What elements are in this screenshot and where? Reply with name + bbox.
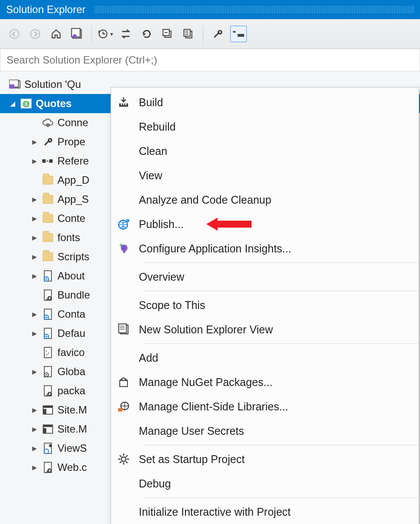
tree-item-label: Conta bbox=[57, 308, 85, 320]
svg-rect-35 bbox=[44, 347, 52, 358]
folder-icon bbox=[42, 251, 54, 263]
context-menu-item[interactable]: Clean bbox=[111, 139, 419, 163]
collapse-all-button[interactable] bbox=[159, 26, 176, 42]
context-menu-item[interactable]: Scope to This bbox=[111, 293, 419, 317]
context-menu-item[interactable]: Add bbox=[111, 346, 419, 370]
pending-changes-dropdown[interactable]: ▾ bbox=[98, 28, 113, 40]
context-menu-item[interactable]: Manage Client-Side Libraries... bbox=[111, 394, 419, 419]
svg-rect-68 bbox=[118, 408, 122, 412]
context-menu-item[interactable]: Initialize Interactive with Project bbox=[111, 500, 419, 524]
expand-icon[interactable]: ▶ bbox=[30, 234, 38, 241]
context-menu-label: New Solution Explorer View bbox=[139, 323, 273, 336]
nav-back-button[interactable] bbox=[6, 26, 23, 42]
context-menu-item[interactable]: New Solution Explorer View bbox=[111, 317, 419, 342]
panel-titlebar[interactable]: Solution Explorer bbox=[0, 0, 420, 19]
svg-text:+: + bbox=[119, 242, 123, 249]
cloud-icon bbox=[42, 117, 54, 129]
publish-icon bbox=[116, 217, 131, 232]
expand-icon[interactable]: ▶ bbox=[30, 158, 38, 165]
expand-icon[interactable]: ▶ bbox=[30, 311, 38, 318]
switch-views-button[interactable] bbox=[69, 26, 85, 42]
svg-line-75 bbox=[126, 461, 128, 463]
context-menu-item[interactable]: Build bbox=[111, 90, 419, 114]
tree-item-label: Site.M bbox=[57, 423, 87, 435]
context-menu-item[interactable]: Debug bbox=[111, 471, 419, 496]
svg-rect-48 bbox=[43, 428, 46, 433]
context-menu-item[interactable]: Publish... bbox=[111, 212, 419, 236]
search-bar bbox=[0, 49, 420, 71]
context-menu-label: Initialize Interactive with Project bbox=[139, 506, 291, 518]
context-menu-item[interactable]: +Configure Application Insights... bbox=[111, 236, 419, 261]
context-menu-item[interactable]: Set as Startup Project bbox=[111, 447, 419, 471]
tree-item-label: Bundle bbox=[57, 289, 90, 301]
web-project-icon bbox=[20, 97, 32, 110]
context-menu-separator bbox=[143, 262, 419, 263]
panel-title: Solution Explorer bbox=[6, 3, 86, 16]
svg-rect-19 bbox=[9, 84, 14, 88]
expand-icon[interactable]: ▶ bbox=[30, 215, 38, 222]
expand-icon[interactable]: ▶ bbox=[30, 426, 38, 433]
svg-rect-47 bbox=[43, 425, 53, 427]
context-menu-item[interactable]: Manage NuGet Packages... bbox=[111, 370, 419, 394]
expand-icon[interactable]: ▶ bbox=[30, 196, 38, 203]
expand-icon[interactable]: ▶ bbox=[30, 368, 38, 375]
blank-icon bbox=[116, 298, 131, 312]
newview-icon bbox=[116, 322, 131, 337]
svg-line-76 bbox=[120, 461, 121, 463]
context-menu-item[interactable]: Rebuild bbox=[111, 114, 419, 139]
context-menu-item[interactable]: Analyze and Code Cleanup bbox=[111, 188, 419, 212]
blank-icon bbox=[116, 476, 131, 491]
nav-forward-button[interactable] bbox=[27, 26, 44, 42]
context-menu-label: View bbox=[139, 169, 162, 182]
svg-rect-56 bbox=[125, 104, 127, 105]
context-menu-item[interactable]: View bbox=[111, 163, 419, 188]
expand-icon[interactable]: ▶ bbox=[30, 272, 38, 279]
tree-item-label: App_S bbox=[57, 193, 89, 205]
context-menu-item[interactable]: Overview bbox=[111, 265, 419, 289]
tree-item-label: Defau bbox=[57, 327, 85, 339]
blank-icon bbox=[116, 423, 131, 438]
context-menu-separator bbox=[143, 343, 419, 344]
expand-icon[interactable]: ▶ bbox=[30, 330, 38, 337]
expand-icon[interactable]: ▶ bbox=[30, 406, 38, 413]
master-icon bbox=[42, 423, 54, 435]
expand-icon[interactable]: ▶ bbox=[30, 464, 38, 471]
build-icon bbox=[116, 95, 131, 110]
tree-item-label: packa bbox=[57, 385, 85, 397]
preview-button[interactable] bbox=[230, 26, 247, 42]
refresh-button[interactable] bbox=[138, 26, 155, 42]
tree-item-label: Prope bbox=[57, 136, 85, 148]
svg-rect-55 bbox=[123, 104, 124, 105]
clientlib-icon bbox=[116, 399, 131, 414]
tree-item-label: fonts bbox=[57, 232, 80, 244]
tree-item-label: Site.M bbox=[57, 404, 87, 416]
svg-rect-39 bbox=[44, 366, 52, 377]
tree-item-label: About bbox=[57, 270, 85, 282]
sync-button[interactable] bbox=[118, 26, 134, 42]
expand-icon[interactable]: ▶ bbox=[30, 445, 38, 452]
tree-item-label: Globa bbox=[57, 366, 85, 378]
search-input[interactable] bbox=[7, 54, 413, 66]
svg-point-38 bbox=[46, 354, 47, 355]
expand-icon[interactable]: ◢ bbox=[9, 100, 17, 107]
blank-icon bbox=[116, 119, 131, 134]
svg-rect-45 bbox=[43, 409, 46, 414]
context-menu-item[interactable]: Manage User Secrets bbox=[111, 419, 419, 443]
svg-rect-26 bbox=[47, 161, 48, 161]
home-button[interactable] bbox=[48, 26, 64, 42]
context-menu-label: Publish... bbox=[139, 218, 184, 231]
show-all-files-button[interactable] bbox=[180, 26, 197, 42]
folder-icon bbox=[42, 212, 54, 225]
gear-icon bbox=[116, 452, 131, 467]
expand-icon[interactable]: ▶ bbox=[30, 138, 38, 145]
folder-icon bbox=[42, 193, 54, 205]
svg-point-41 bbox=[46, 374, 47, 375]
bulb-icon: + bbox=[116, 241, 131, 256]
expand-icon[interactable]: ▶ bbox=[30, 253, 38, 260]
context-menu-label: Scope to This bbox=[139, 299, 205, 312]
svg-rect-33 bbox=[44, 328, 52, 339]
svg-rect-28 bbox=[44, 271, 52, 281]
solution-label: Solution 'Qu bbox=[24, 78, 81, 91]
context-menu-separator bbox=[143, 497, 419, 498]
properties-button[interactable] bbox=[209, 26, 226, 42]
